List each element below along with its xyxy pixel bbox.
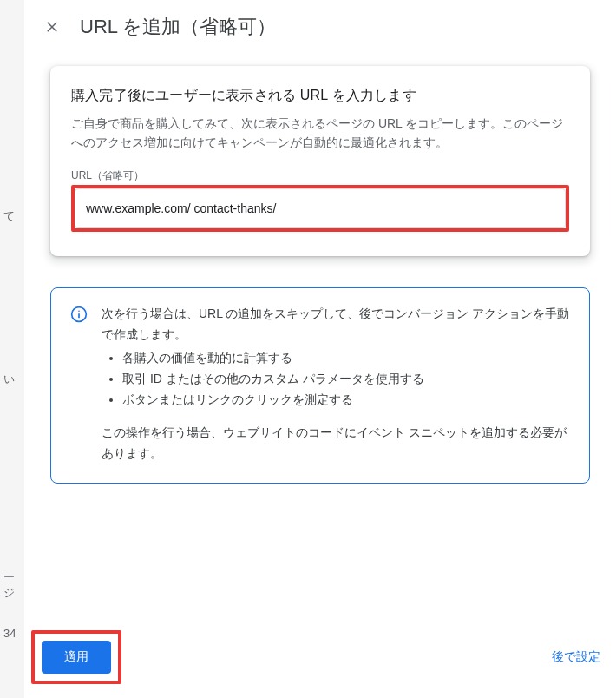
card-title: 購入完了後にユーザーに表示される URL を入力します — [71, 87, 569, 105]
svg-point-4 — [78, 310, 80, 312]
info-content: 次を行う場合は、URL の追加をスキップして、後でコンバージョン アクションを手… — [102, 304, 570, 464]
modal-header: URL を追加（省略可） — [24, 0, 616, 57]
url-input[interactable] — [75, 188, 566, 228]
close-icon[interactable] — [42, 16, 62, 37]
info-bullet: 各購入の価値を動的に計算する — [122, 348, 570, 369]
info-bullet: ボタンまたはリンクのクリックを測定する — [122, 390, 570, 411]
configure-later-link[interactable]: 後で設定 — [552, 649, 600, 665]
url-field-label: URL（省略可） — [71, 168, 569, 183]
info-bullet-list: 各購入の価値を動的に計算する 取引 ID またはその他のカスタム パラメータを使… — [102, 348, 570, 410]
info-lead: 次を行う場合は、URL の追加をスキップして、後でコンバージョン アクションを手… — [102, 304, 570, 346]
modal-body: 購入完了後にユーザーに表示される URL を入力します ご自身で商品を購入してみ… — [24, 57, 616, 630]
add-url-modal: URL を追加（省略可） 購入完了後にユーザーに表示される URL を入力します… — [24, 0, 616, 698]
apply-button-highlight: 適用 — [31, 630, 121, 684]
url-input-highlight — [71, 185, 569, 232]
url-input-card: 購入完了後にユーザーに表示される URL を入力します ご自身で商品を購入してみ… — [50, 66, 590, 256]
info-trail: この操作を行う場合、ウェブサイトのコードにイベント スニペットを追加する必要があ… — [102, 423, 570, 464]
info-box: 次を行う場合は、URL の追加をスキップして、後でコンバージョン アクションを手… — [50, 287, 590, 484]
modal-footer: 適用 後で設定 — [24, 630, 616, 698]
apply-button[interactable]: 適用 — [42, 641, 111, 674]
modal-title: URL を追加（省略可） — [80, 14, 276, 40]
info-icon — [70, 306, 88, 323]
info-bullet: 取引 ID またはその他のカスタム パラメータを使用する — [122, 369, 570, 390]
background-page: て い ージ 34 — [0, 0, 24, 698]
card-description: ご自身で商品を購入してみて、次に表示されるページの URL をコピーします。この… — [71, 114, 569, 153]
